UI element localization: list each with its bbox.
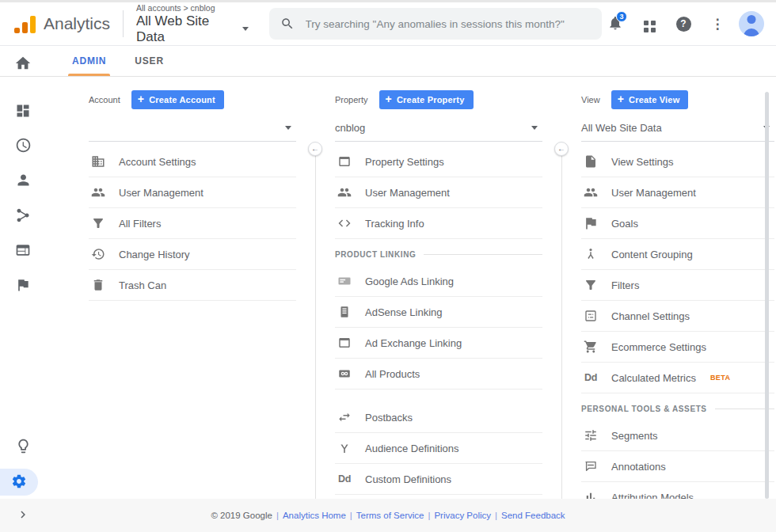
- menu-item-ad-exchange-linking[interactable]: Ad Exchange Linking: [335, 328, 542, 359]
- menu-item-calculated-metrics[interactable]: Dd Calculated Metrics BETA: [581, 363, 774, 393]
- account-column-label: Account: [89, 95, 120, 104]
- web-asset-icon: [337, 335, 352, 351]
- sidebar-item-discover[interactable]: [0, 435, 46, 459]
- menu-item-account-settings[interactable]: Account Settings: [89, 146, 296, 177]
- admin-tabbar: ADMIN USER: [0, 46, 776, 77]
- menu-item-google-ads-linking[interactable]: Google Ads Linking: [335, 266, 542, 297]
- create-account-button[interactable]: Create Account: [131, 90, 224, 109]
- property-switcher[interactable]: All Web Site Data: [136, 13, 249, 45]
- vertical-scrollbar[interactable]: [765, 92, 769, 499]
- apps-grid-icon: [644, 16, 656, 32]
- menu-item-postbacks[interactable]: Postbacks: [335, 402, 542, 433]
- sidebar-expand-button[interactable]: [16, 507, 30, 524]
- sidebar-item-realtime[interactable]: [0, 135, 46, 158]
- menu-item-custom-definitions[interactable]: Dd Custom Definitions: [335, 464, 542, 495]
- property-selector[interactable]: cnblog: [335, 120, 542, 142]
- analytics-logo-icon[interactable]: [14, 14, 36, 33]
- barchart-icon: [583, 489, 599, 499]
- cart-icon: [583, 339, 599, 355]
- header-actions: 3 ? ⋮: [602, 10, 765, 37]
- collapse-property-column-button[interactable]: ←: [554, 142, 569, 156]
- view-selector[interactable]: All Web Site Data: [581, 120, 774, 142]
- tab-admin[interactable]: ADMIN: [70, 46, 108, 76]
- menu-item-property-settings[interactable]: Property Settings: [335, 146, 542, 177]
- menu-item-audience-definitions[interactable]: Audience Definitions: [335, 433, 542, 464]
- footer-link-privacy[interactable]: Privacy Policy: [434, 511, 491, 520]
- tab-user[interactable]: USER: [132, 46, 166, 76]
- caret-down-icon: [285, 126, 291, 130]
- menu-item-channel-settings[interactable]: Channel Settings: [581, 301, 774, 332]
- menu-item-view-settings[interactable]: View Settings: [581, 146, 774, 177]
- funnel-icon: [583, 277, 599, 293]
- menu-item-annotations[interactable]: Annotations: [581, 451, 774, 482]
- person-icon: [15, 172, 32, 191]
- menu-item-attribution-models[interactable]: Attribution Models: [581, 482, 774, 499]
- breadcrumb: All accounts > cnblog: [136, 3, 249, 13]
- sidebar-item-admin[interactable]: [0, 469, 38, 496]
- sidebar-item-home[interactable]: [0, 52, 46, 76]
- footer-link-terms[interactable]: Terms of Service: [356, 511, 424, 520]
- menu-item-filters[interactable]: Filters: [581, 270, 774, 301]
- menu-item-ecommerce-settings[interactable]: Ecommerce Settings: [581, 332, 774, 363]
- history-icon: [90, 246, 106, 262]
- menu-item-all-filters[interactable]: All Filters: [89, 208, 296, 239]
- footer-link-analytics-home[interactable]: Analytics Home: [283, 511, 346, 520]
- menu-item-user-management[interactable]: User Management: [89, 177, 296, 208]
- sidebar-item-audience[interactable]: [0, 169, 46, 193]
- header-divider: [123, 10, 124, 37]
- menu-item-change-history[interactable]: Change History: [89, 239, 296, 270]
- sidebar-item-conversions[interactable]: [0, 274, 46, 298]
- section-product-linking: PRODUCT LINKING: [335, 242, 542, 266]
- account-avatar[interactable]: [738, 10, 765, 37]
- menu-item-adsense-linking[interactable]: AdSense Linking: [335, 297, 542, 328]
- collapse-account-column-button[interactable]: ←: [308, 142, 322, 156]
- people-icon: [337, 184, 352, 200]
- menu-item-all-products[interactable]: All Products: [335, 359, 542, 390]
- menu-item-goals[interactable]: Goals: [581, 208, 774, 239]
- file-icon: [583, 154, 599, 169]
- admin-panels: Account Create Account Account Settings …: [46, 77, 776, 499]
- share-icon: [15, 207, 31, 226]
- account-selector[interactable]: [89, 120, 296, 142]
- flag-icon: [15, 277, 31, 295]
- notifications-button[interactable]: 3: [602, 10, 629, 37]
- copyright: © 2019 Google: [211, 511, 272, 520]
- create-property-button[interactable]: Create Property: [379, 90, 474, 109]
- menu-item-segments[interactable]: Segments: [581, 420, 774, 451]
- dd-icon: Dd: [583, 370, 599, 386]
- create-view-button[interactable]: Create View: [611, 90, 689, 109]
- home-icon: [14, 55, 32, 74]
- menu-item-user-management[interactable]: User Management: [335, 177, 542, 208]
- menu-item-tracking-info[interactable]: Tracking Info: [335, 208, 542, 239]
- help-button[interactable]: ?: [670, 10, 697, 37]
- audience-icon: [337, 440, 352, 456]
- search-icon: [280, 17, 295, 31]
- adsense-icon: [337, 304, 352, 320]
- menu-item-user-management[interactable]: User Management: [581, 177, 774, 208]
- product-name: Analytics: [44, 14, 110, 33]
- view-column: View Create View All Web Site Data View …: [581, 77, 774, 499]
- domain-icon: [90, 154, 106, 169]
- search-bar[interactable]: [269, 8, 602, 40]
- more-vert-icon: ⋮: [711, 16, 725, 32]
- search-input[interactable]: [304, 17, 591, 31]
- menu-item-trash-can[interactable]: Trash Can: [89, 270, 296, 301]
- list-gap: [335, 390, 542, 402]
- sidebar-item-acquisition[interactable]: [0, 204, 46, 228]
- people-icon: [583, 184, 599, 200]
- more-options-button[interactable]: ⋮: [704, 10, 731, 37]
- logo-bar-2: [22, 22, 28, 33]
- sidebar-item-customization[interactable]: [0, 100, 46, 124]
- footer-link-feedback[interactable]: Send Feedback: [501, 511, 565, 520]
- funnel-icon: [90, 215, 106, 231]
- help-icon: ?: [676, 17, 691, 32]
- sidebar-item-behavior[interactable]: [0, 239, 46, 263]
- app-header: Analytics All accounts > cnblog All Web …: [0, 2, 776, 46]
- channel-icon: [583, 308, 599, 324]
- plus-icon: [386, 95, 392, 104]
- comment-icon: [583, 458, 599, 474]
- menu-item-content-grouping[interactable]: Content Grouping: [581, 239, 774, 270]
- apps-grid-button[interactable]: [636, 10, 663, 37]
- property-column-label: Property: [335, 95, 368, 104]
- logo-bar-1: [14, 28, 20, 33]
